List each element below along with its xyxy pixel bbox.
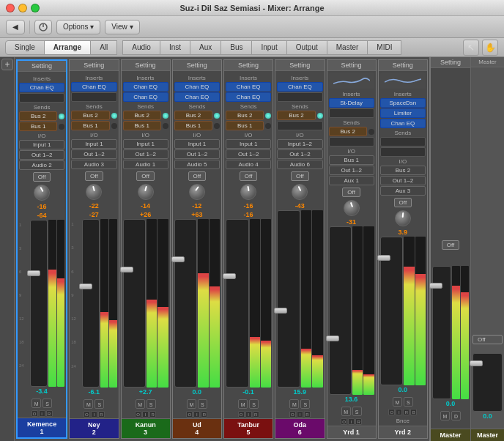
unknown-icon-btn[interactable] bbox=[34, 20, 52, 34]
fader-rail-yrd1[interactable] bbox=[329, 226, 352, 395]
strip-setting-ud[interactable]: Setting bbox=[173, 60, 221, 71]
mute-btn-yrd1[interactable]: M bbox=[341, 407, 351, 416]
channel-label-tanbur[interactable]: Tanbur 5 bbox=[224, 418, 273, 438]
mute-btn-master[interactable]: M bbox=[440, 411, 450, 420]
channel-label-kemence[interactable]: Kemence 1 bbox=[18, 418, 66, 437]
send-bus2-ney[interactable]: Bus 2 bbox=[71, 111, 109, 120]
r-btn-kanun[interactable]: R bbox=[149, 411, 156, 418]
io-out-kemence[interactable]: Out 1–2 bbox=[19, 150, 64, 160]
mute-btn-tanbur[interactable]: M bbox=[238, 399, 248, 409]
off-btn-yrd1[interactable]: Off bbox=[342, 188, 360, 197]
fader-thumb-yrd1[interactable] bbox=[326, 336, 339, 341]
hand-tool-btn[interactable]: ✋ bbox=[482, 40, 498, 56]
i-btn-yrd1[interactable]: I bbox=[348, 418, 355, 425]
insert-chan-eq-ud-1[interactable]: Chan EQ bbox=[174, 82, 220, 92]
send-bus2-yrd1[interactable]: Bus 2 bbox=[329, 127, 367, 136]
strip-setting-master[interactable]: Setting bbox=[431, 57, 470, 68]
off-btn-kemence[interactable]: Off bbox=[33, 172, 51, 182]
send-bus2-ud[interactable]: Bus 2 bbox=[174, 111, 212, 120]
send-empty2-yrd2[interactable] bbox=[380, 147, 426, 157]
io-input-ney[interactable]: Input 1 bbox=[71, 139, 116, 149]
mute-btn-ney[interactable]: M bbox=[84, 399, 93, 409]
pan-knob-yrd1[interactable] bbox=[344, 200, 360, 216]
send-bus1-tanbur[interactable]: Bus 1 bbox=[226, 121, 264, 130]
off-btn-arrange-master[interactable]: Off bbox=[472, 335, 503, 344]
pan-knob-kanun[interactable] bbox=[138, 184, 154, 200]
channel-label-master[interactable]: Master bbox=[431, 429, 470, 441]
channel-label-kanun[interactable]: Kanun 3 bbox=[122, 418, 170, 438]
tab-arrange[interactable]: Arrange bbox=[44, 40, 91, 55]
off-btn-ud[interactable]: Off bbox=[188, 171, 207, 181]
add-channel-button[interactable]: + bbox=[1, 59, 13, 70]
io-input-kanun[interactable]: Input 1 bbox=[123, 139, 168, 149]
strip-setting-ney[interactable]: Setting bbox=[70, 60, 118, 71]
pan-knob-oda[interactable] bbox=[292, 184, 308, 200]
fader-rail-ney[interactable] bbox=[82, 219, 100, 388]
io-audio-ud[interactable]: Audio 5 bbox=[174, 160, 220, 169]
o-btn-oda[interactable]: O bbox=[289, 411, 296, 418]
pan-knob-tanbur[interactable] bbox=[240, 184, 256, 200]
arrange-master-label[interactable]: Master bbox=[471, 429, 504, 441]
insert-chan-eq-kemence[interactable]: Chan EQ bbox=[19, 83, 64, 92]
send-bus1-ud[interactable]: Bus 1 bbox=[174, 121, 212, 130]
tab-midi[interactable]: MIDI bbox=[367, 40, 401, 55]
solo-btn-kanun[interactable]: S bbox=[147, 399, 156, 409]
io-out-tanbur[interactable]: Out 1–2 bbox=[226, 149, 271, 159]
io-aux-yrd1[interactable]: Aux 1 bbox=[329, 176, 374, 185]
r-btn-tanbur[interactable]: R bbox=[253, 411, 259, 418]
send-bus2-oda[interactable]: Bus 2 bbox=[277, 111, 315, 120]
r-btn-yrd1[interactable]: R bbox=[355, 418, 362, 425]
insert-empty-kemence[interactable] bbox=[19, 93, 64, 103]
strip-setting-kanun[interactable]: Setting bbox=[122, 60, 170, 71]
solo-btn-yrd2[interactable]: S bbox=[404, 397, 413, 407]
fader-thumb-tanbur[interactable] bbox=[223, 273, 236, 279]
tab-single[interactable]: Single bbox=[5, 40, 45, 55]
cursor-tool-btn[interactable]: ↖ bbox=[463, 40, 479, 56]
io-out-kanun[interactable]: Out 1–2 bbox=[123, 149, 168, 159]
options-button[interactable]: Options ▾ bbox=[56, 20, 100, 34]
io-audio-ney[interactable]: Audio 3 bbox=[71, 160, 116, 169]
solo-btn-kemence[interactable]: S bbox=[42, 399, 52, 408]
fader-rail-yrd2[interactable] bbox=[380, 237, 404, 385]
io-input-kemence[interactable]: Input 1 bbox=[19, 140, 64, 149]
fader-thumb-yrd2[interactable] bbox=[377, 255, 390, 261]
r-btn-yrd2[interactable]: R bbox=[403, 409, 410, 415]
io-out-yrd1[interactable]: Out 1–2 bbox=[329, 166, 374, 175]
send-bus2-kanun[interactable]: Bus 2 bbox=[123, 111, 161, 120]
insert-chan-eq-tanbur-2[interactable]: Chan EQ bbox=[226, 92, 271, 102]
back-button[interactable]: ◀ bbox=[6, 20, 25, 34]
insert-empty-oda[interactable] bbox=[277, 92, 322, 102]
off-btn-oda[interactable]: Off bbox=[291, 171, 309, 181]
fader-rail-ud[interactable] bbox=[174, 219, 198, 388]
strip-setting-tanbur[interactable]: Setting bbox=[224, 60, 273, 71]
solo-btn-yrd1[interactable]: S bbox=[352, 407, 362, 416]
fader-thumb-ud[interactable] bbox=[171, 256, 185, 262]
io-bus2-yrd2[interactable]: Bus 2 bbox=[380, 166, 426, 175]
i-btn-yrd2[interactable]: I bbox=[396, 409, 402, 415]
tab-all[interactable]: All bbox=[90, 40, 117, 55]
io-audio-kemence[interactable]: Audio 2 bbox=[19, 160, 64, 170]
solo-btn-ud[interactable]: S bbox=[198, 399, 207, 409]
off-btn-yrd2[interactable]: Off bbox=[394, 198, 412, 207]
channel-label-ney[interactable]: Ney 2 bbox=[70, 418, 118, 438]
off-btn-master[interactable]: Off bbox=[442, 240, 460, 250]
pan-knob-kemence[interactable] bbox=[34, 185, 50, 201]
fader-thumb-master[interactable] bbox=[429, 283, 442, 289]
i-btn-tanbur[interactable]: I bbox=[245, 411, 252, 418]
send-empty-yrd1[interactable] bbox=[329, 137, 374, 147]
i-btn-ney[interactable]: I bbox=[91, 411, 97, 418]
io-audio-kanun[interactable]: Audio 1 bbox=[123, 160, 168, 169]
io-out-yrd2[interactable]: Out 1–2 bbox=[380, 176, 426, 185]
strip-setting-oda[interactable]: Setting bbox=[275, 60, 324, 71]
insert-empty-yrd1[interactable] bbox=[329, 108, 374, 118]
tab-inst[interactable]: Inst bbox=[160, 40, 190, 55]
insert-chan-eq-tanbur-1[interactable]: Chan EQ bbox=[226, 82, 271, 92]
strip-setting-kemence[interactable]: Setting bbox=[18, 61, 66, 72]
send-empty1-yrd2[interactable] bbox=[380, 137, 426, 147]
minimize-button[interactable] bbox=[18, 4, 27, 12]
fader-rail-master[interactable] bbox=[432, 266, 451, 399]
tab-master[interactable]: Master bbox=[327, 40, 368, 55]
fader-thumb-kanun[interactable] bbox=[120, 267, 133, 273]
off-btn-ney[interactable]: Off bbox=[85, 171, 103, 181]
mute-btn-yrd2[interactable]: M bbox=[393, 397, 402, 407]
